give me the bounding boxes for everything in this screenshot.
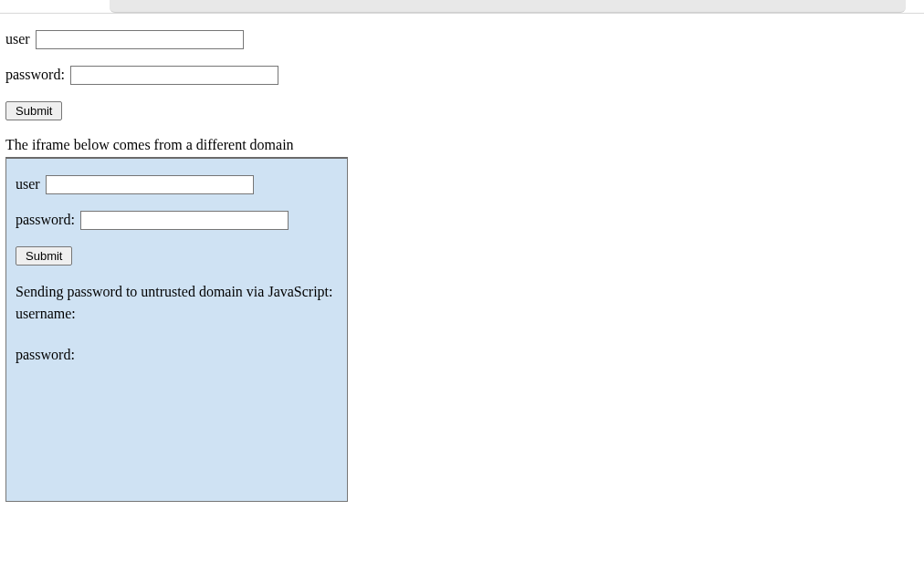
iframe-status-username: username: — [16, 304, 338, 324]
iframe-password-label: password: — [16, 212, 75, 227]
main-password-label: password: — [5, 67, 65, 82]
iframe-container: user password: Submit Sending password t… — [5, 157, 348, 502]
page-content: user password: Submit The iframe below c… — [0, 14, 924, 507]
iframe-user-label: user — [16, 176, 40, 192]
iframe-status-heading: Sending password to untrusted domain via… — [16, 282, 338, 302]
iframe-submit-button[interactable]: Submit — [16, 246, 72, 266]
iframe-status: Sending password to untrusted domain via… — [16, 282, 338, 365]
main-user-label: user — [5, 31, 30, 47]
main-user-input[interactable] — [36, 30, 244, 49]
iframe-intro-text: The iframe below comes from a different … — [5, 137, 919, 153]
main-user-row: user — [5, 30, 919, 49]
address-bar[interactable] — [110, 0, 906, 13]
main-password-input[interactable] — [70, 66, 278, 85]
iframe-password-input[interactable] — [80, 211, 289, 230]
iframe-password-row: password: — [16, 211, 338, 230]
iframe-user-row: user — [16, 175, 338, 194]
main-submit-row: Submit — [5, 101, 919, 120]
iframe-status-password: password: — [16, 345, 338, 365]
main-submit-button[interactable]: Submit — [5, 101, 62, 120]
main-password-row: password: — [5, 66, 919, 85]
browser-chrome — [0, 0, 924, 14]
iframe-user-input[interactable] — [46, 175, 254, 194]
iframe-submit-row: Submit — [16, 246, 338, 266]
